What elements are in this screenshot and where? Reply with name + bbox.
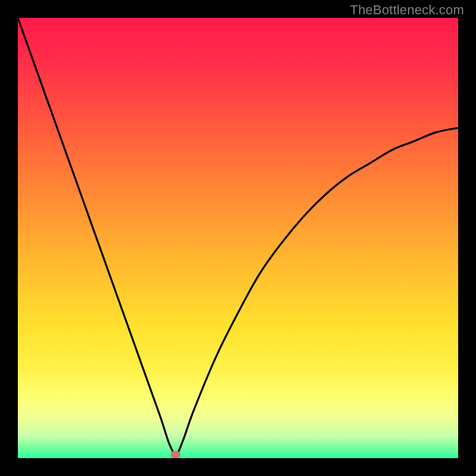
watermark-text: TheBottleneck.com bbox=[350, 2, 464, 18]
optimal-point-marker bbox=[171, 451, 180, 458]
plot-area bbox=[18, 18, 458, 458]
chart-outer: TheBottleneck.com bbox=[0, 0, 476, 476]
bottleneck-curve bbox=[18, 18, 458, 458]
